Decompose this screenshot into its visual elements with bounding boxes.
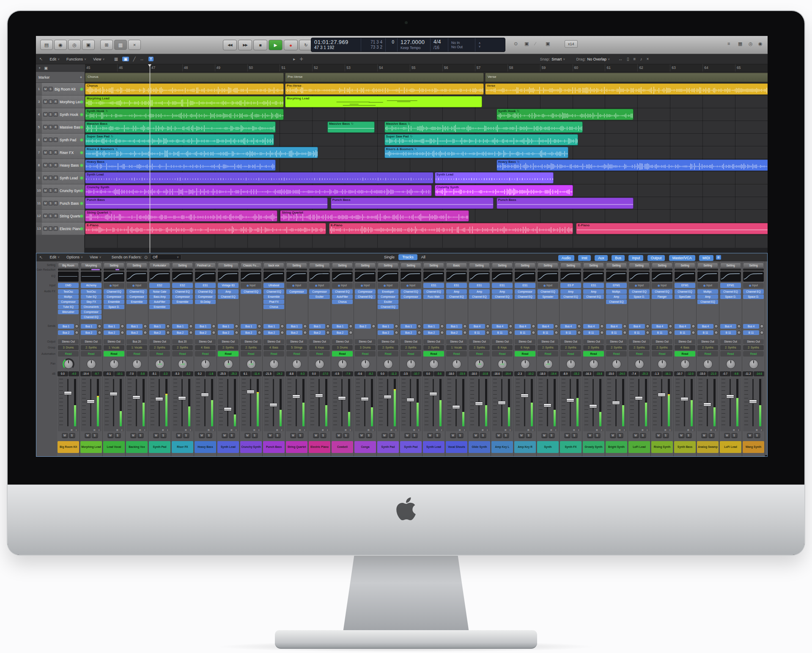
fx-slot-amp[interactable]: Amp <box>446 289 467 294</box>
send-knob[interactable] <box>98 331 102 335</box>
input-monitor-dot[interactable] <box>80 164 83 167</box>
send-slot[interactable]: Bus 1 <box>218 324 239 329</box>
mute-button[interactable]: M <box>85 433 91 438</box>
fx-slot-testosc[interactable]: TestOsc <box>81 289 102 294</box>
eq-thumbnail[interactable] <box>583 272 604 282</box>
fx-slot-ensemble[interactable]: Ensemble <box>149 305 170 309</box>
solo-button[interactable]: S <box>69 433 75 438</box>
input-slot[interactable]: Alchemy <box>81 283 102 288</box>
send-knob[interactable] <box>166 324 170 328</box>
pan-knob[interactable] <box>268 357 280 371</box>
fx-slot-channel-eq[interactable]: Channel EQ <box>629 289 650 294</box>
send-slot[interactable]: Bus 2 <box>332 330 353 335</box>
input-monitor-dot[interactable] <box>80 215 83 217</box>
output-slot[interactable]: Stereo Out <box>423 339 444 344</box>
mute-button[interactable]: M <box>107 433 113 438</box>
marker-chorus[interactable]: Chorus <box>85 73 284 82</box>
track-solo-button[interactable]: S <box>48 99 53 104</box>
group-slot[interactable]: 2: Synths <box>172 345 193 350</box>
fx-slot-amp[interactable]: Amp <box>218 289 239 294</box>
automation-mode-button[interactable]: Read <box>172 351 193 357</box>
fx-slot-specgate[interactable]: SpecGate <box>675 294 695 299</box>
fader-handle[interactable] <box>201 393 209 397</box>
input-slot[interactable]: Input <box>332 283 353 288</box>
setting-button[interactable]: Setting <box>469 263 490 268</box>
group-slot[interactable]: 2: Synths <box>378 345 398 350</box>
strip-name-label[interactable]: Amp Key R <box>514 441 536 453</box>
pan-knob[interactable] <box>131 357 143 371</box>
solo-button[interactable]: S <box>160 433 166 438</box>
setting-button[interactable]: Setting <box>697 263 718 268</box>
strip-name-label[interactable]: Bright Synth <box>606 441 627 453</box>
input-slot[interactable]: ES1 <box>515 283 535 288</box>
send-knob[interactable] <box>577 324 581 328</box>
strip-name-label[interactable]: LoFi Lead <box>720 441 741 453</box>
fx-slot-spreader[interactable]: Spreader <box>538 294 558 299</box>
inspector-button[interactable]: ◉ <box>54 40 67 50</box>
input-slot[interactable]: Input <box>652 283 672 288</box>
input-monitor-dot[interactable] <box>80 228 83 230</box>
automation-mode-button[interactable]: Read <box>675 351 695 357</box>
send-slot[interactable]: Bus 1 <box>423 324 444 329</box>
send-slot[interactable]: B 11 <box>743 330 764 335</box>
send-slot[interactable]: Bus 4 <box>583 324 604 329</box>
channel-strip-12[interactable]: SettingInputCompressorExciterBus 1Bus 2S… <box>308 261 331 457</box>
region-punch-bass[interactable]: Punch Bass <box>497 198 634 209</box>
input-monitor-dot[interactable] <box>80 101 83 103</box>
track-header-heavy-bass[interactable]: 8MSRHeavy Bass <box>36 159 85 172</box>
send-slot[interactable]: Bus 1 <box>332 324 353 329</box>
track-header-massive-bass[interactable]: 5MSRMassive Bass <box>36 121 85 134</box>
strip-name-label[interactable]: Rising Synth <box>651 441 673 453</box>
send-knob[interactable] <box>212 324 216 328</box>
send-slot[interactable]: Bus 1 <box>195 324 216 329</box>
output-slot[interactable]: Stereo Out <box>378 339 398 344</box>
fx-slot-compressor[interactable]: Compressor <box>81 310 102 314</box>
fx-slot-channel-eq[interactable]: Channel EQ <box>515 294 535 299</box>
solo-button[interactable]: S <box>708 433 714 438</box>
input-slot[interactable]: Input <box>697 283 718 288</box>
channel-strip-2[interactable]: MorphingAlchemyTestOscTube EQStep FXChro… <box>80 261 103 457</box>
fx-slot-channel-eq[interactable]: Channel EQ <box>104 289 124 294</box>
automation-mode-button[interactable]: Read <box>629 351 650 357</box>
automation-mode-button[interactable]: Read <box>720 351 741 357</box>
strip-name-label[interactable]: Amp Key L <box>491 441 513 453</box>
input-monitor-dot[interactable] <box>80 113 83 116</box>
channel-strip-7[interactable]: Festival Le…ES1Channel EQCompressorSt-De… <box>194 261 217 457</box>
track-lane-massive-bass[interactable]: Massive BassMassive Bass↻Massive Bass↻ <box>85 121 768 134</box>
fx-slot-tube-eq[interactable]: Tube EQ <box>58 305 79 309</box>
send-slot[interactable]: Bus 1 <box>126 324 147 329</box>
fx-slot-space-d-[interactable]: Space D. <box>720 294 741 299</box>
send-slot[interactable]: B 11 <box>469 330 490 335</box>
automation-mode-button[interactable]: Read <box>469 351 490 357</box>
output-slot[interactable]: Stereo Out <box>492 339 513 344</box>
pan-knob[interactable] <box>199 357 212 371</box>
pan-knob[interactable]: +63 <box>542 357 554 371</box>
group-slot[interactable]: 6: Keys <box>492 345 513 350</box>
pan-knob[interactable]: -15 <box>222 357 235 371</box>
send-knob[interactable] <box>532 331 535 335</box>
setting-button[interactable]: Funkulator <box>149 263 170 268</box>
send-slot[interactable]: Bus 2 <box>446 330 467 335</box>
fx-slot-compressor[interactable]: Compressor <box>104 294 124 299</box>
output-slot[interactable]: Stereo Out <box>583 339 604 344</box>
eq-thumbnail[interactable] <box>606 272 627 282</box>
fader-handle[interactable] <box>224 407 232 411</box>
count-in-icon[interactable]: ▣ <box>546 41 550 47</box>
output-slot[interactable]: Stereo Out <box>446 339 467 344</box>
eq-thumbnail[interactable] <box>446 272 467 282</box>
send-slot[interactable]: Bus 4 <box>675 324 695 329</box>
channel-strip-29[interactable]: SettingInputMultipr.AmpChannel EQBus 4B … <box>697 261 719 457</box>
solo-button[interactable]: S <box>320 433 326 438</box>
input-monitor-dot[interactable] <box>80 177 83 179</box>
region-e-piano[interactable]: E-Piano <box>329 223 573 234</box>
send-knob[interactable] <box>235 331 239 335</box>
send-knob[interactable] <box>509 324 513 328</box>
track-mute-button[interactable]: M <box>43 214 48 218</box>
strip-name-label[interactable]: Synth Pad <box>400 441 422 453</box>
fx-slot-compressor[interactable]: Compressor <box>515 289 535 294</box>
region-punch-bass[interactable]: Punch Bass <box>85 198 328 209</box>
eq-thumbnail[interactable] <box>309 272 330 282</box>
input-monitor-dot[interactable] <box>80 151 83 154</box>
region-pre-verse[interactable]: Pre-Verse <box>285 83 484 95</box>
send-knob[interactable] <box>417 324 421 328</box>
